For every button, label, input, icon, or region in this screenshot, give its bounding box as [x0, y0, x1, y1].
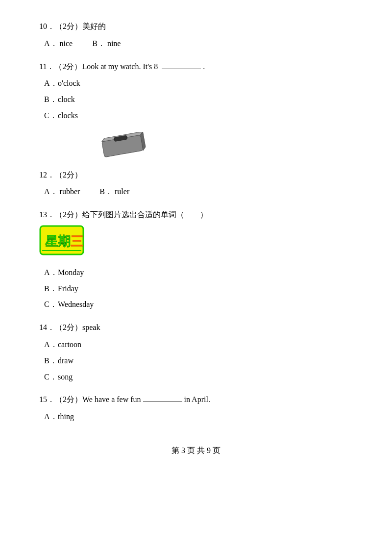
question-10: 10． （2分） 美好的 A． nice B． nine — [39, 20, 353, 51]
blank-line-11 — [162, 69, 201, 69]
option-13-b-label: B． — [44, 282, 58, 296]
svg-text:期: 期 — [58, 234, 71, 249]
option-12-a: A． rubber — [44, 185, 80, 199]
option-13-a-label: A． — [44, 266, 58, 280]
question-11-line: 11． （2分） Look at my watch. It's 8 . — [39, 60, 353, 74]
option-15-a-label: A． — [44, 410, 58, 424]
question-12-line: 12． （2分） — [39, 168, 353, 182]
question-10-line: 10． （2分） 美好的 — [39, 20, 353, 34]
question-10-text: 美好的 — [82, 20, 106, 34]
page-footer: 第 3 页 共 9 页 — [39, 444, 353, 458]
option-13-a-text: Monday — [58, 266, 84, 280]
question-15-num: 15． — [39, 393, 55, 407]
option-13-a: A． Monday — [39, 266, 353, 280]
option-14-b-label: B． — [44, 354, 58, 368]
option-11-c-text: clocks — [58, 109, 78, 123]
option-13-c: C． Wednesday — [39, 298, 353, 312]
question-11: 11． （2分） Look at my watch. It's 8 . A． o… — [39, 60, 353, 123]
question-10-score: （2分） — [55, 20, 82, 34]
option-13-b-text: Friday — [58, 282, 78, 296]
question-13-score: （2分） — [55, 208, 82, 222]
option-14-c-label: C． — [44, 370, 58, 384]
question-15-line: 15． （2分） We have a few fun in April. — [39, 393, 353, 407]
option-11-c-label: C． — [44, 109, 58, 123]
option-12-b-text: ruler — [115, 187, 129, 196]
question-13: 13． （2分） 给下列图片选出合适的单词（ ） 星 期 三 A． Monday… — [39, 208, 353, 312]
xingqi-image-container: 星 期 三 — [39, 225, 353, 262]
option-13-c-text: Wednesday — [58, 298, 94, 312]
question-15-text-before: We have a few fun — [82, 393, 141, 407]
question-12-options: A． rubber B． ruler — [39, 185, 353, 199]
question-12-num: 12． — [39, 168, 55, 182]
option-14-a-label: A． — [44, 338, 58, 352]
eraser-svg — [98, 132, 152, 160]
question-10-options: A． nice B． nine — [39, 37, 353, 51]
option-11-b-label: B． — [44, 93, 58, 107]
option-15-a-text: thing — [58, 410, 74, 424]
question-12-score: （2分） — [55, 168, 82, 182]
option-14-a: A． cartoon — [39, 338, 353, 352]
option-13-b: B． Friday — [39, 282, 353, 296]
question-14: 14． （2分） speak A． cartoon B． draw C． son… — [39, 321, 353, 384]
question-11-score: （2分） — [54, 60, 82, 74]
option-10-b: B． nine — [92, 37, 121, 51]
question-13-text: 给下列图片选出合适的单词（ ） — [82, 208, 208, 222]
question-15-score: （2分） — [55, 393, 82, 407]
option-14-c: C． song — [39, 370, 353, 384]
option-10-b-label: B． — [92, 39, 105, 48]
question-14-score: （2分） — [55, 321, 82, 335]
question-15: 15． （2分） We have a few fun in April. A． … — [39, 393, 353, 424]
option-12-b: B． ruler — [99, 185, 129, 199]
option-11-b-text: clock — [58, 93, 75, 107]
question-10-num: 10． — [39, 20, 55, 34]
question-14-num: 14． — [39, 321, 55, 335]
option-11-a: A． o'clock — [39, 76, 353, 91]
option-10-a: A． nice — [44, 37, 73, 51]
question-12: 12． （2分） A． rubber B． ruler — [39, 132, 353, 199]
xingqi-svg: 星 期 三 — [39, 225, 86, 257]
option-12-b-label: B． — [99, 187, 113, 196]
option-11-a-label: A． — [44, 76, 58, 91]
option-10-a-label: A． — [44, 39, 58, 48]
question-11-text: Look at my watch. It's 8 . — [82, 60, 205, 74]
option-13-c-label: C． — [44, 298, 58, 312]
option-12-a-text: rubber — [60, 187, 80, 196]
question-15-text-after: in April. — [184, 393, 210, 407]
option-10-a-text: nice — [60, 39, 73, 48]
option-10-b-text: nine — [107, 39, 121, 48]
svg-text:星: 星 — [45, 234, 58, 249]
option-11-b: B． clock — [39, 93, 353, 107]
svg-text:三: 三 — [71, 234, 83, 249]
eraser-image-container — [98, 132, 353, 165]
option-14-b: B． draw — [39, 354, 353, 368]
option-14-a-text: cartoon — [58, 338, 81, 352]
option-12-a-label: A． — [44, 187, 58, 196]
blank-line-15 — [143, 402, 182, 402]
question-13-num: 13． — [39, 208, 55, 222]
footer-text: 第 3 页 共 9 页 — [172, 446, 220, 454]
option-11-a-text: o'clock — [58, 76, 80, 91]
question-14-line: 14． （2分） speak — [39, 321, 353, 335]
question-11-num: 11． — [39, 60, 54, 74]
option-14-c-text: song — [58, 370, 73, 384]
option-15-a: A． thing — [39, 410, 353, 424]
option-11-c: C． clocks — [39, 109, 353, 123]
option-14-b-text: draw — [58, 354, 74, 368]
question-13-line: 13． （2分） 给下列图片选出合适的单词（ ） — [39, 208, 353, 222]
question-14-text: speak — [82, 321, 100, 335]
